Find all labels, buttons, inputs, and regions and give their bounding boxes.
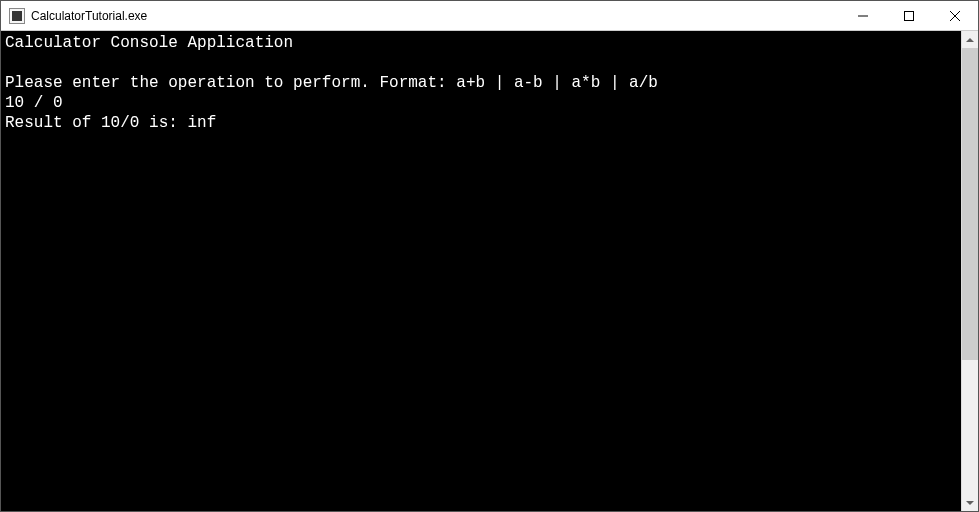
console-area: Calculator Console Application Please en…	[1, 31, 978, 511]
vertical-scrollbar[interactable]	[961, 31, 978, 511]
console-line: Result of 10/0 is: inf	[5, 114, 216, 132]
scroll-up-arrow-icon[interactable]	[962, 31, 978, 48]
window-controls	[840, 1, 978, 30]
scroll-track[interactable]	[962, 48, 978, 494]
window-title: CalculatorTutorial.exe	[31, 9, 840, 23]
console-output[interactable]: Calculator Console Application Please en…	[1, 31, 961, 511]
scroll-down-arrow-icon[interactable]	[962, 494, 978, 511]
close-button[interactable]	[932, 1, 978, 30]
minimize-button[interactable]	[840, 1, 886, 30]
console-line: Calculator Console Application	[5, 34, 293, 52]
window-titlebar[interactable]: CalculatorTutorial.exe	[1, 1, 978, 31]
console-line: Please enter the operation to perform. F…	[5, 74, 658, 92]
console-line: 10 / 0	[5, 94, 63, 112]
svg-rect-0	[905, 11, 914, 20]
scroll-thumb[interactable]	[962, 48, 978, 360]
maximize-button[interactable]	[886, 1, 932, 30]
app-icon	[9, 8, 25, 24]
text-cursor	[5, 136, 6, 152]
